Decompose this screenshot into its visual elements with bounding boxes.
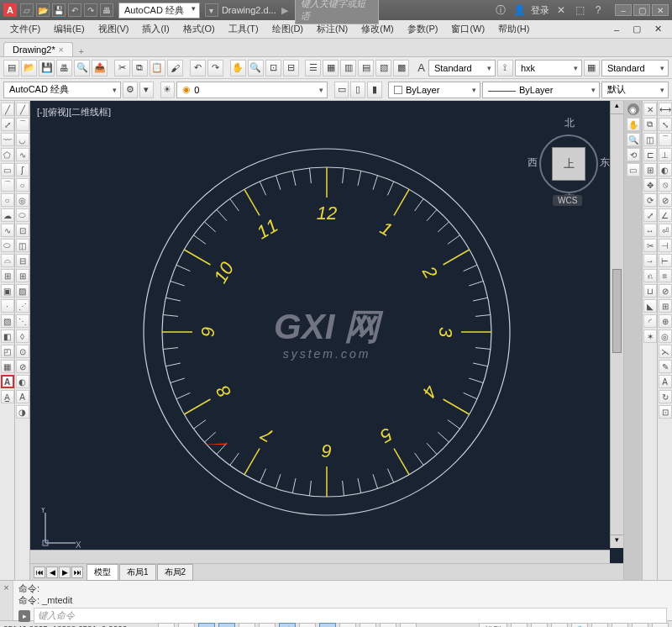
- addselected-icon[interactable]: A̲: [1, 390, 14, 403]
- layerprev-icon[interactable]: ▮: [367, 82, 382, 98]
- publish-icon[interactable]: 📤: [92, 60, 108, 76]
- spline2-icon[interactable]: ∿: [16, 148, 29, 161]
- close-button[interactable]: ✕: [652, 4, 669, 16]
- jogline-icon[interactable]: ⋋: [659, 345, 672, 358]
- designcenter-icon[interactable]: ▦: [323, 60, 339, 76]
- doc-max-icon[interactable]: ▢: [626, 22, 648, 36]
- workspace-combo[interactable]: AutoCAD 经典: [3, 82, 121, 98]
- save-icon[interactable]: 💾: [39, 60, 55, 76]
- text-style-dropdown[interactable]: Standard: [428, 60, 496, 76]
- rectangle-icon[interactable]: ▭: [1, 163, 14, 177]
- scale-icon[interactable]: ⤢: [643, 208, 657, 222]
- menu-modify[interactable]: 修改(M): [354, 21, 401, 37]
- circle3-icon[interactable]: ◎: [16, 193, 29, 207]
- nav-pan-icon[interactable]: ✋: [627, 118, 640, 131]
- block-icon[interactable]: ▣: [1, 284, 14, 298]
- plot-icon[interactable]: 🖶: [56, 60, 72, 76]
- sc-toggle[interactable]: ⊘: [400, 623, 417, 628]
- join-icon[interactable]: ⊔: [643, 284, 657, 298]
- doc-close-icon[interactable]: ✕: [648, 22, 669, 36]
- tab-layout1[interactable]: 布局1: [119, 564, 156, 581]
- scroll-up-icon[interactable]: ▴: [611, 101, 623, 114]
- tablestyle-icon[interactable]: ▦: [584, 60, 600, 76]
- lineweight-dropdown[interactable]: 默认: [601, 82, 669, 98]
- nav-zoom-icon[interactable]: 🔍: [627, 133, 640, 146]
- spline-icon[interactable]: ∿: [1, 224, 14, 237]
- menu-window[interactable]: 窗口(W): [444, 21, 491, 37]
- new-tab-button[interactable]: +: [73, 46, 90, 56]
- menu-edit[interactable]: 编辑(E): [47, 21, 92, 37]
- tpy-toggle[interactable]: ◫: [360, 623, 376, 628]
- misc2-icon[interactable]: ◫: [16, 239, 29, 252]
- gradient-icon[interactable]: ◧: [1, 329, 14, 343]
- viewcube-top-face[interactable]: 上: [552, 147, 585, 181]
- misc5-icon[interactable]: ▨: [16, 284, 29, 298]
- viewcube-east[interactable]: 东: [600, 155, 610, 170]
- dimstyle2-icon[interactable]: ⊡: [659, 405, 672, 419]
- login-label[interactable]: 登录: [531, 4, 549, 17]
- copy-icon[interactable]: ⧉: [132, 60, 148, 76]
- viewcube-west[interactable]: 西: [528, 155, 538, 170]
- qat-print-icon[interactable]: 🖶: [100, 3, 113, 17]
- nav-orbit-icon[interactable]: ⟲: [627, 148, 640, 161]
- xline-icon[interactable]: ⤢: [1, 118, 14, 131]
- qat-undo-icon[interactable]: ↶: [68, 3, 81, 17]
- snap-toggle[interactable]: ⊞: [158, 623, 175, 628]
- trim-icon[interactable]: ✂: [643, 239, 657, 252]
- tab-next-icon[interactable]: ▶: [59, 566, 71, 578]
- circle-icon[interactable]: ○: [1, 193, 14, 207]
- region-icon[interactable]: ◰: [1, 345, 14, 358]
- sb-tray-icon[interactable]: ▾: [652, 623, 669, 628]
- point-icon[interactable]: ·: [1, 299, 14, 313]
- ellipse-icon[interactable]: ⬭: [1, 239, 14, 252]
- fillet-icon[interactable]: ◜: [643, 314, 657, 328]
- qat-redo-icon[interactable]: ↷: [84, 3, 97, 17]
- 3dosnap-toggle[interactable]: ◈: [259, 623, 276, 628]
- redo-icon[interactable]: ↷: [207, 60, 223, 76]
- chamfer-icon[interactable]: ◣: [643, 299, 657, 313]
- command-input[interactable]: 键入命令: [34, 608, 667, 624]
- match-icon[interactable]: 🖌: [167, 60, 183, 76]
- dim-base-icon[interactable]: ⊣: [659, 239, 672, 252]
- dimstyle-icon[interactable]: ⟟: [497, 60, 513, 76]
- zoom-prev-icon[interactable]: ⊟: [283, 60, 299, 76]
- zoom-window-icon[interactable]: ⊡: [265, 60, 281, 76]
- otrack-toggle[interactable]: ∠: [279, 623, 296, 628]
- annoscale-icon[interactable]: ⟲: [551, 623, 568, 628]
- tab-model[interactable]: 模型: [87, 564, 118, 581]
- ducs-toggle[interactable]: ⊡: [299, 623, 316, 628]
- ellipsearc-icon[interactable]: ⌓: [1, 254, 14, 267]
- pline-icon[interactable]: 〰: [1, 133, 14, 146]
- dim-align-icon[interactable]: ⤡: [659, 118, 672, 131]
- command-history[interactable]: 命令: 命令: _mtedit ▸ 键入命令: [13, 581, 672, 620]
- linetype-dropdown[interactable]: ――― ByLayer: [482, 82, 600, 98]
- properties-icon[interactable]: ☰: [305, 60, 321, 76]
- a360-icon[interactable]: ⬚: [573, 3, 586, 17]
- extend-icon[interactable]: →: [643, 254, 657, 267]
- workspace-dropdown[interactable]: AutoCAD 经典: [118, 3, 200, 18]
- sb-iso-icon[interactable]: ◧: [612, 623, 628, 628]
- color-dropdown[interactable]: ByLayer: [388, 82, 480, 98]
- menu-tools[interactable]: 工具(T): [222, 21, 265, 37]
- mirror-icon[interactable]: ◫: [643, 133, 657, 146]
- sb-hw-icon[interactable]: ⊞: [591, 623, 608, 628]
- model-pspace-toggle[interactable]: 模型: [479, 623, 507, 628]
- tab-last-icon[interactable]: ⏭: [71, 566, 83, 578]
- menu-dimension[interactable]: 标注(N): [310, 21, 354, 37]
- dim-break-icon[interactable]: ⊘: [659, 284, 672, 298]
- toolpalettes-icon[interactable]: ▥: [340, 60, 356, 76]
- misc12-icon[interactable]: A: [16, 390, 29, 403]
- ws-save-icon[interactable]: ▾: [139, 82, 155, 98]
- doc-min-icon[interactable]: –: [607, 23, 626, 36]
- dim-ang-icon[interactable]: ∠: [659, 208, 672, 222]
- arc2-icon[interactable]: ⌒: [16, 118, 29, 131]
- dim-style-dropdown[interactable]: hxk: [515, 60, 582, 76]
- scroll-down-icon[interactable]: ▾: [611, 535, 623, 548]
- sheetset-icon[interactable]: ▤: [358, 60, 374, 76]
- layer-props-icon[interactable]: ☀: [160, 82, 176, 98]
- dim-space-icon[interactable]: ≡: [659, 269, 672, 282]
- menu-format[interactable]: 格式(O): [176, 21, 222, 37]
- dimupdate-icon[interactable]: ↻: [659, 390, 672, 403]
- menu-help[interactable]: 帮助(H): [491, 21, 536, 37]
- dyn-toggle[interactable]: +: [319, 623, 336, 628]
